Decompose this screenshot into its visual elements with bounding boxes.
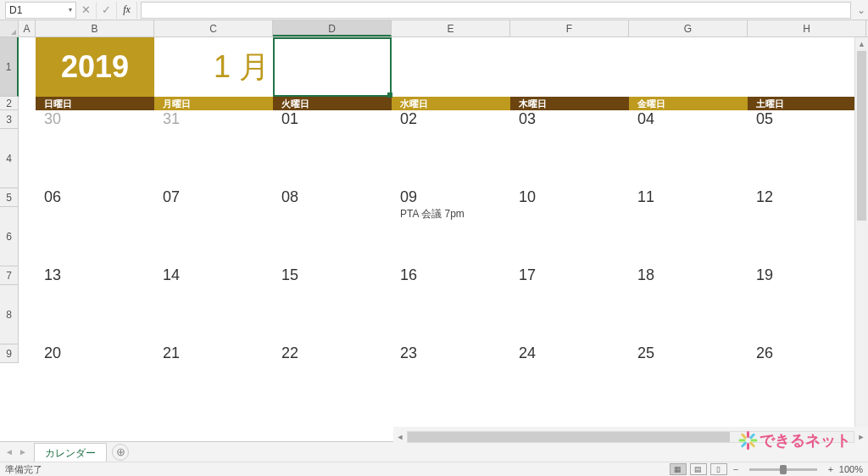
col-header-G[interactable]: G bbox=[629, 20, 748, 36]
dow-thu[interactable]: 木曜日 bbox=[510, 97, 629, 110]
month-cell[interactable]: 1 月 bbox=[154, 37, 273, 97]
row-header-1[interactable]: 1 bbox=[0, 37, 19, 97]
date-cell[interactable]: 08 bbox=[273, 188, 392, 207]
date-cell[interactable]: 25 bbox=[629, 344, 748, 363]
event-cell[interactable] bbox=[36, 129, 154, 188]
col-header-F[interactable]: F bbox=[510, 20, 629, 36]
date-cell[interactable]: 10 bbox=[510, 188, 629, 207]
col-header-B[interactable]: B bbox=[36, 20, 154, 36]
zoom-slider[interactable] bbox=[749, 468, 817, 471]
date-cell[interactable]: 16 bbox=[392, 266, 510, 285]
tab-nav-prev-icon[interactable]: ◄ bbox=[3, 446, 15, 458]
row-header-9[interactable]: 9 bbox=[0, 344, 18, 363]
row-header-2[interactable]: 2 bbox=[0, 97, 18, 110]
date-cell[interactable]: 03 bbox=[510, 110, 629, 129]
scroll-up-icon[interactable]: ▲ bbox=[855, 37, 868, 51]
dow-tue[interactable]: 火曜日 bbox=[273, 97, 392, 110]
name-box[interactable]: D1 ▾ bbox=[5, 2, 76, 19]
dow-fri[interactable]: 金曜日 bbox=[629, 97, 748, 110]
confirm-button[interactable]: ✓ bbox=[97, 2, 117, 19]
event-cell[interactable] bbox=[748, 129, 866, 188]
event-cell[interactable] bbox=[154, 129, 273, 188]
zoom-out-button[interactable]: − bbox=[731, 464, 741, 474]
row-header-4[interactable]: 4 bbox=[0, 129, 18, 188]
event-cell[interactable] bbox=[748, 285, 866, 344]
row-header-5[interactable]: 5 bbox=[0, 188, 18, 207]
event-cell[interactable] bbox=[273, 207, 392, 266]
formula-bar-expand-icon[interactable]: ⌄ bbox=[854, 4, 868, 16]
date-cell[interactable]: 06 bbox=[36, 188, 154, 207]
event-cell[interactable] bbox=[629, 129, 748, 188]
date-cell[interactable]: 30 bbox=[36, 110, 154, 129]
date-cell[interactable]: 21 bbox=[154, 344, 273, 363]
date-cell[interactable]: 15 bbox=[273, 266, 392, 285]
event-cell[interactable]: PTA 会議 7pm bbox=[392, 207, 510, 266]
date-cell[interactable]: 05 bbox=[748, 110, 866, 129]
zoom-slider-thumb[interactable] bbox=[780, 465, 787, 474]
event-cell[interactable] bbox=[154, 285, 273, 344]
event-cell[interactable] bbox=[510, 207, 629, 266]
date-cell[interactable]: 12 bbox=[748, 188, 866, 207]
date-cell[interactable]: 14 bbox=[154, 266, 273, 285]
view-page-layout-button[interactable]: ▤ bbox=[690, 463, 707, 475]
date-cell[interactable]: 13 bbox=[36, 266, 154, 285]
event-cell[interactable] bbox=[629, 207, 748, 266]
date-cell[interactable]: 24 bbox=[510, 344, 629, 363]
zoom-in-button[interactable]: + bbox=[826, 464, 836, 474]
dow-sat[interactable]: 土曜日 bbox=[748, 97, 866, 110]
view-normal-button[interactable]: ▦ bbox=[670, 463, 687, 475]
zoom-level[interactable]: 100% bbox=[839, 464, 863, 474]
event-cell[interactable] bbox=[36, 285, 154, 344]
add-sheet-button[interactable]: ⊕ bbox=[112, 444, 129, 461]
dow-sun[interactable]: 日曜日 bbox=[36, 97, 154, 110]
event-cell[interactable] bbox=[273, 129, 392, 188]
select-all-button[interactable] bbox=[0, 20, 19, 36]
event-cell[interactable] bbox=[273, 285, 392, 344]
name-box-dropdown-icon[interactable]: ▾ bbox=[69, 6, 72, 14]
date-cell[interactable]: 18 bbox=[629, 266, 748, 285]
col-header-E[interactable]: E bbox=[392, 20, 510, 36]
date-cell[interactable]: 23 bbox=[392, 344, 510, 363]
date-cell[interactable]: 26 bbox=[748, 344, 866, 363]
sheet-tab-calendar[interactable]: カレンダー bbox=[34, 443, 107, 463]
date-cell[interactable]: 31 bbox=[154, 110, 273, 129]
scroll-left-icon[interactable]: ◄ bbox=[393, 433, 407, 441]
hscroll-thumb[interactable] bbox=[408, 432, 730, 442]
date-cell[interactable]: 01 bbox=[273, 110, 392, 129]
event-cell[interactable] bbox=[392, 285, 510, 344]
dow-wed[interactable]: 水曜日 bbox=[392, 97, 510, 110]
date-cell[interactable]: 02 bbox=[392, 110, 510, 129]
date-cell[interactable]: 04 bbox=[629, 110, 748, 129]
date-cell[interactable]: 19 bbox=[748, 266, 866, 285]
row-header-8[interactable]: 8 bbox=[0, 285, 18, 344]
date-cell[interactable]: 09 bbox=[392, 188, 510, 207]
col-header-A[interactable]: A bbox=[19, 20, 36, 36]
cells-area[interactable]: 2019 1 月 日曜日 月曜日 火曜日 水曜日 木曜日 金曜日 土曜日 30 … bbox=[19, 37, 868, 363]
col-header-D[interactable]: D bbox=[273, 20, 392, 36]
view-page-break-button[interactable]: ▯ bbox=[710, 463, 727, 475]
date-cell[interactable]: 07 bbox=[154, 188, 273, 207]
date-cell[interactable]: 11 bbox=[629, 188, 748, 207]
tab-nav-next-icon[interactable]: ► bbox=[17, 446, 29, 458]
insert-function-button[interactable]: fx bbox=[117, 2, 137, 19]
event-cell[interactable] bbox=[629, 285, 748, 344]
row-header-6[interactable]: 6 bbox=[0, 207, 18, 266]
year-cell[interactable]: 2019 bbox=[36, 37, 154, 97]
event-cell[interactable] bbox=[154, 207, 273, 266]
cancel-button[interactable]: ✕ bbox=[76, 2, 97, 19]
event-cell[interactable] bbox=[392, 129, 510, 188]
date-cell[interactable]: 22 bbox=[273, 344, 392, 363]
vertical-scrollbar[interactable]: ▲ ▼ bbox=[854, 37, 868, 441]
scroll-right-icon[interactable]: ► bbox=[854, 433, 868, 441]
event-cell[interactable] bbox=[36, 207, 154, 266]
event-cell[interactable] bbox=[510, 129, 629, 188]
col-header-H[interactable]: H bbox=[748, 20, 866, 36]
date-cell[interactable]: 17 bbox=[510, 266, 629, 285]
vscroll-thumb[interactable] bbox=[857, 51, 866, 221]
date-cell[interactable]: 20 bbox=[36, 344, 154, 363]
col-header-C[interactable]: C bbox=[154, 20, 273, 36]
row-header-7[interactable]: 7 bbox=[0, 266, 18, 285]
formula-input[interactable] bbox=[141, 2, 851, 19]
event-cell[interactable] bbox=[748, 207, 866, 266]
row-header-3[interactable]: 3 bbox=[0, 110, 18, 129]
